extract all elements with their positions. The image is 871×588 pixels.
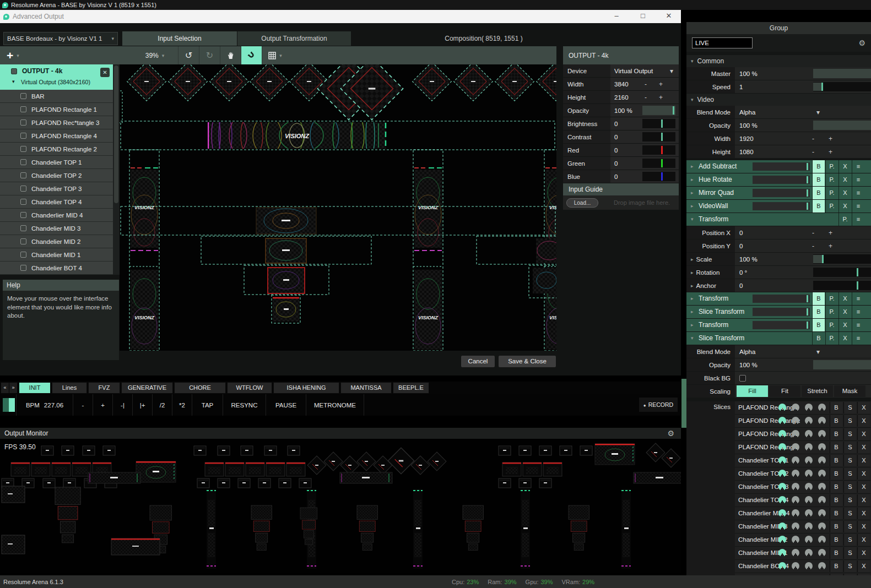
- deck-tab-init[interactable]: INIT: [19, 382, 51, 394]
- bypass-button[interactable]: B: [830, 428, 842, 440]
- scrollbar-thumb[interactable]: [114, 66, 118, 203]
- slice-transform-row[interactable]: Chandelier BOT 4 B S X: [735, 560, 871, 573]
- decrement-button[interactable]: -: [645, 80, 647, 88]
- expand-icon[interactable]: [691, 319, 694, 331]
- bpm-display[interactable]: BPM 227.06: [17, 394, 73, 416]
- rotate-ccw-icon[interactable]: [805, 549, 813, 557]
- rotate-active-icon[interactable]: [778, 562, 786, 570]
- slice-list-item[interactable]: PLAFOND Rectangle 4: [0, 129, 113, 143]
- bypass-button[interactable]: B: [830, 455, 842, 466]
- resync-button[interactable]: RESYNC: [223, 394, 266, 416]
- menu-icon[interactable]: [852, 332, 864, 345]
- anchor-slider[interactable]: [813, 281, 871, 290]
- bypass-button[interactable]: B: [830, 481, 842, 493]
- slice-checkbox[interactable]: [20, 225, 26, 231]
- rotate-cw-icon[interactable]: [818, 417, 826, 424]
- height-value[interactable]: 2160: [614, 94, 629, 101]
- output-list-header[interactable]: OUTPUT - 4k Virtual Output (3840x2160) ✕: [0, 64, 113, 90]
- effect-mix-slider[interactable]: [753, 176, 810, 184]
- slice-checkbox[interactable]: [20, 119, 26, 126]
- video-width-row[interactable]: Width 1920-+: [686, 132, 871, 145]
- slice-list-item[interactable]: Chandelier MID 3: [0, 222, 113, 235]
- position-x-value[interactable]: 0: [739, 230, 743, 236]
- rotate-icon[interactable]: [792, 430, 799, 438]
- decrement-button[interactable]: -: [812, 148, 814, 156]
- green-slider[interactable]: [642, 159, 675, 168]
- effect-transform-2[interactable]: Transform B P. X: [686, 292, 871, 305]
- rotate-ccw-icon[interactable]: [805, 470, 813, 477]
- expand-icon[interactable]: [691, 160, 694, 173]
- blue-value[interactable]: 0: [614, 173, 618, 180]
- width-value[interactable]: 1920: [739, 135, 754, 142]
- device-row[interactable]: Device Virtual Output: [563, 64, 679, 77]
- contrast-slider[interactable]: [642, 132, 675, 141]
- rotation-value[interactable]: 0 °: [739, 269, 747, 276]
- bypass-button[interactable]: B: [830, 402, 842, 413]
- deck-tab-isha-hening[interactable]: ISHA HENING: [273, 382, 339, 394]
- bypass-button[interactable]: B: [830, 560, 842, 572]
- bypass-button[interactable]: B: [812, 319, 825, 331]
- rotation-slider[interactable]: [813, 268, 871, 277]
- opacity-row[interactable]: Opacity 100 %: [563, 104, 679, 117]
- rotate-active-icon[interactable]: [778, 470, 786, 477]
- rotate-active-icon[interactable]: [778, 417, 786, 424]
- rotate-active-icon[interactable]: [778, 430, 786, 438]
- remove-button[interactable]: X: [857, 534, 870, 546]
- decrement-button[interactable]: -: [812, 242, 814, 250]
- opacity-slider[interactable]: [642, 106, 675, 115]
- remove-button[interactable]: X: [838, 160, 851, 173]
- expand-icon[interactable]: [691, 306, 694, 318]
- slice-list-item[interactable]: Chandelier TOP 3: [0, 182, 113, 195]
- slice-transform-row[interactable]: Chandelier TOP 3 B S X: [735, 481, 871, 493]
- remove-button[interactable]: X: [857, 547, 870, 559]
- pause-button[interactable]: PAUSE: [266, 394, 306, 416]
- rotate-icon[interactable]: [792, 404, 799, 411]
- scale-row[interactable]: Scale 100 %: [686, 253, 871, 265]
- rotate-ccw-icon[interactable]: [805, 443, 813, 451]
- rotate-active-icon[interactable]: [778, 443, 786, 451]
- remove-button[interactable]: X: [838, 306, 851, 318]
- position-y-value[interactable]: 0: [739, 243, 743, 249]
- section-video[interactable]: Video: [686, 94, 871, 106]
- group-name-input[interactable]: [692, 37, 753, 48]
- device-value[interactable]: Virtual Output: [614, 68, 653, 74]
- params-button[interactable]: P.: [825, 173, 838, 186]
- solo-button[interactable]: S: [843, 468, 856, 480]
- menu-icon[interactable]: [852, 200, 864, 213]
- params-button[interactable]: P.: [838, 213, 851, 226]
- rotation-row[interactable]: Rotation 0 °: [686, 266, 871, 279]
- rotate-cw-icon[interactable]: [818, 536, 826, 543]
- bypass-button[interactable]: B: [812, 173, 825, 186]
- bypass-button[interactable]: B: [812, 292, 825, 305]
- expand-icon[interactable]: [691, 270, 694, 275]
- chevron-down-icon[interactable]: [17, 53, 19, 58]
- bypass-button[interactable]: B: [830, 442, 842, 453]
- nudge-down-button[interactable]: -|: [113, 394, 133, 416]
- output-monitor-header[interactable]: Output Monitor: [0, 428, 681, 439]
- slice-transform-row[interactable]: PLAFOND Rectangle 4 B S X: [735, 428, 871, 440]
- increment-button[interactable]: +: [659, 80, 663, 88]
- params-button[interactable]: P.: [825, 332, 838, 345]
- rotate-icon[interactable]: [792, 549, 799, 557]
- save-close-button[interactable]: Save & Close: [499, 356, 556, 367]
- rotate-ccw-icon[interactable]: [805, 417, 813, 424]
- speed-value[interactable]: 1: [739, 84, 743, 90]
- menu-icon[interactable]: [852, 160, 864, 173]
- rotate-icon[interactable]: [792, 456, 799, 464]
- video-opacity-row[interactable]: Opacity 100 %: [686, 119, 871, 132]
- st-opacity-row[interactable]: Opacity 100 %: [686, 358, 871, 371]
- rotate-icon[interactable]: [792, 443, 799, 451]
- rotate-active-icon[interactable]: [778, 509, 786, 517]
- remove-button[interactable]: X: [838, 200, 851, 213]
- scale-slider[interactable]: [813, 254, 871, 264]
- rotate-active-icon[interactable]: [778, 456, 786, 464]
- bpm-value[interactable]: 227.06: [44, 402, 63, 409]
- rotate-cw-icon[interactable]: [818, 443, 826, 451]
- effect-mix-slider[interactable]: [753, 162, 810, 171]
- menu-icon[interactable]: [852, 319, 864, 331]
- bypass-button[interactable]: B: [812, 160, 825, 173]
- rotate-active-icon[interactable]: [778, 496, 786, 504]
- rotate-ccw-icon[interactable]: [805, 483, 813, 491]
- master-slider[interactable]: [813, 69, 871, 78]
- rotate-cw-icon[interactable]: [818, 496, 826, 504]
